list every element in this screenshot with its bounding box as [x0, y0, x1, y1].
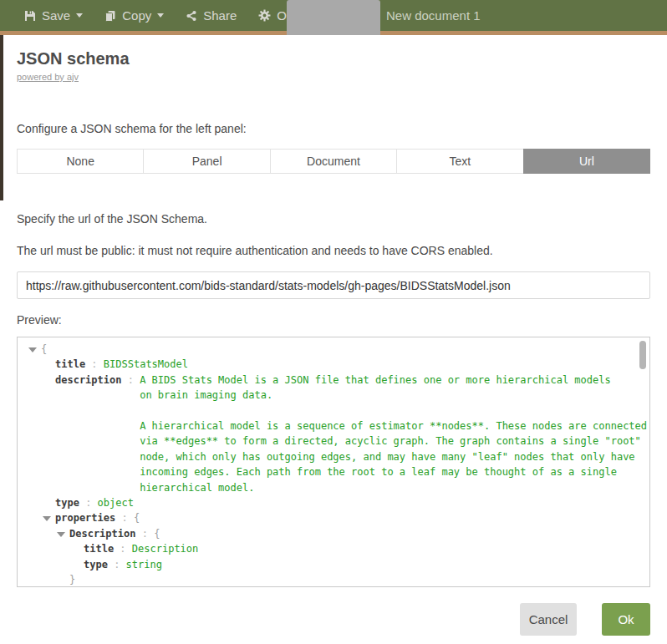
- url-instruction: Specify the url of the JSON Schema.: [17, 212, 650, 226]
- tree-brace: {: [154, 526, 160, 541]
- tree-colon: :: [85, 357, 104, 372]
- tree-brace: {: [41, 342, 47, 357]
- tree-brace: {: [134, 510, 140, 525]
- schema-mode-url[interactable]: Url: [523, 149, 650, 174]
- copy-button[interactable]: Copy: [94, 0, 175, 31]
- triangle-down-icon[interactable]: [43, 516, 51, 521]
- top-menu-bar: Save Copy Share: [0, 0, 667, 35]
- save-button-label: Save: [42, 8, 70, 23]
- configure-label: Configure a JSON schema for the left pan…: [17, 122, 650, 135]
- triangle-down-icon[interactable]: [28, 347, 37, 352]
- tree-key: properties: [55, 510, 115, 525]
- schema-mode-panel[interactable]: Panel: [143, 149, 270, 174]
- document-title: New document 1: [386, 0, 481, 31]
- tree-value: A BIDS Stats Model is a JSON file that d…: [140, 373, 647, 495]
- tree-colon: :: [121, 373, 140, 388]
- preview-label: Preview:: [17, 313, 650, 327]
- tree-row-type: type : object: [18, 495, 649, 510]
- caret-down-icon: [157, 13, 164, 18]
- share-button[interactable]: Share: [175, 0, 247, 31]
- preview-scrollbar-thumb[interactable]: [639, 341, 646, 369]
- tree-value: string: [126, 557, 162, 572]
- url-public-note: The url must be public: it must not requ…: [17, 244, 650, 257]
- tree-colon: :: [135, 526, 154, 541]
- caret-down-icon: [76, 13, 83, 18]
- tree-key: title: [84, 541, 114, 556]
- tree-row-description: description : A BIDS Stats Model is a JS…: [18, 373, 649, 495]
- schema-mode-text[interactable]: Text: [396, 149, 523, 174]
- tree-colon: :: [114, 541, 132, 556]
- tree-colon: :: [79, 495, 98, 510]
- tree-value: Description: [132, 541, 198, 556]
- schema-mode-selector: NonePanelDocumentTextUrl: [17, 149, 650, 174]
- dialog-title: JSON schema: [17, 49, 650, 68]
- tree-colon: :: [108, 557, 126, 572]
- tree-row-description: Description : {: [18, 526, 649, 541]
- copy-pages-icon: [104, 10, 116, 22]
- tree-key: type: [55, 495, 79, 510]
- share-nodes-icon: [186, 10, 197, 22]
- tree-value: BIDSStatsModel: [104, 357, 188, 372]
- tree-row-title: title : Description: [18, 541, 649, 556]
- share-button-label: Share: [203, 8, 237, 23]
- save-button[interactable]: Save: [13, 0, 94, 31]
- tree-key: type: [84, 557, 108, 572]
- tree-row-properties: properties : {: [18, 510, 649, 525]
- document-tab[interactable]: [287, 0, 380, 35]
- tree-row: {: [18, 342, 649, 357]
- tree-colon: :: [115, 510, 134, 525]
- tree-row: }: [18, 572, 649, 587]
- powered-by-ajv-link[interactable]: powered by ajv: [17, 72, 79, 82]
- triangle-down-icon[interactable]: [57, 532, 65, 537]
- gear-icon: [258, 9, 271, 22]
- dialog-footer: Cancel Ok: [17, 603, 650, 636]
- tree-value: object: [98, 495, 134, 510]
- json-schema-dialog: JSON schema powered by ajv Configure a J…: [0, 49, 667, 636]
- tree-key: Description: [69, 526, 135, 541]
- ok-button[interactable]: Ok: [602, 603, 650, 636]
- tree-brace: }: [69, 572, 75, 587]
- tree-key: description: [55, 373, 121, 388]
- page-left-edge-strip: [0, 35, 3, 200]
- tree-row-title: title : BIDSStatsModel: [18, 357, 649, 372]
- schema-preview-tree: {title : BIDSStatsModeldescription : A B…: [17, 337, 650, 587]
- tree-row-type: type : string: [18, 557, 649, 572]
- copy-button-label: Copy: [122, 8, 151, 23]
- schema-url-input[interactable]: [17, 271, 650, 299]
- schema-mode-none[interactable]: None: [17, 149, 144, 174]
- cancel-button[interactable]: Cancel: [520, 603, 577, 636]
- floppy-disk-icon: [24, 10, 36, 22]
- schema-mode-document[interactable]: Document: [270, 149, 397, 174]
- tree-key: title: [55, 357, 85, 372]
